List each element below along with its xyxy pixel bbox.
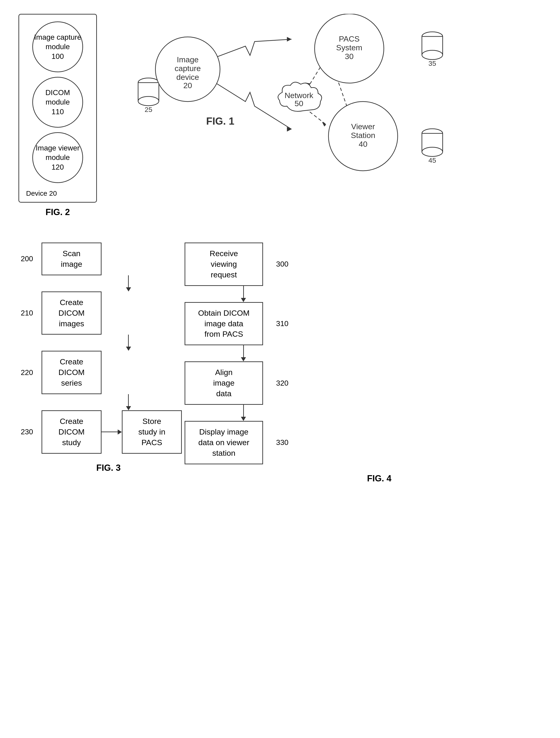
arrow-series-to-study <box>75 394 182 410</box>
scan-image-box: Scanimage <box>42 243 101 275</box>
svg-text:30: 30 <box>345 52 354 61</box>
svg-marker-19 <box>322 122 326 126</box>
svg-text:Viewer: Viewer <box>351 122 375 131</box>
svg-text:25: 25 <box>145 106 152 113</box>
svg-text:PACS: PACS <box>339 34 360 43</box>
svg-text:35: 35 <box>429 59 436 67</box>
arrow-images-to-series <box>75 335 182 351</box>
step-num-330: 330 <box>276 438 289 447</box>
dicom-module-circle: DICOM module 110 <box>32 77 83 128</box>
create-dicom-series-box: CreateDICOMseries <box>42 351 101 394</box>
step-num-220: 220 <box>21 368 33 377</box>
svg-point-4 <box>422 32 443 41</box>
svg-text:Image: Image <box>177 55 199 64</box>
step-num-200: 200 <box>21 255 33 263</box>
fig4-step-receive: Receiveviewingrequest 300 <box>184 243 263 286</box>
svg-point-0 <box>138 78 159 87</box>
svg-point-20 <box>155 37 220 101</box>
svg-text:45: 45 <box>429 156 436 164</box>
svg-text:capture: capture <box>175 64 201 73</box>
fig3-bottom-row: 230 CreateDICOMstudy 240 Storestudy inPA… <box>42 410 182 454</box>
bottom-section: 200 Scanimage 210 CreateDICOMimages <box>0 231 560 493</box>
arrow-study-to-store <box>101 429 122 434</box>
top-section: Image capture module 100 DICOM module 11… <box>0 0 560 227</box>
step-num-300: 300 <box>276 260 289 268</box>
arrow-align-to-display <box>224 405 263 421</box>
svg-point-31 <box>329 101 398 171</box>
fig3-step-scan: 200 Scanimage <box>42 243 182 275</box>
svg-text:FIG. 1: FIG. 1 <box>206 115 234 127</box>
step-num-310: 310 <box>276 319 289 328</box>
svg-line-16 <box>333 67 349 113</box>
svg-rect-1 <box>138 83 159 101</box>
fig4-step-align: Alignimagedata 320 <box>184 361 263 405</box>
fig2-container: Image capture module 100 DICOM module 11… <box>18 14 97 217</box>
arrow-scan-to-dicom-images <box>75 275 182 292</box>
svg-point-25 <box>315 14 384 83</box>
create-dicom-images-box: CreateDICOMimages <box>42 292 101 335</box>
svg-text:40: 40 <box>359 139 368 148</box>
svg-rect-5 <box>422 36 443 55</box>
fig4-step-display: Display imagedata on viewerstation 330 <box>184 421 263 464</box>
align-image-data-box: Alignimagedata <box>184 361 263 405</box>
svg-text:Network: Network <box>285 91 314 100</box>
fig4-container: Receiveviewingrequest 300 Obtain DICOMim… <box>171 240 542 483</box>
svg-marker-15 <box>306 83 311 88</box>
fig3-flow: 200 Scanimage 210 CreateDICOMimages <box>42 243 182 454</box>
svg-marker-13 <box>287 127 292 131</box>
obtain-dicom-box: Obtain DICOMimage datafrom PACS <box>184 302 263 345</box>
image-viewer-module-circle: Image viewer module 120 <box>32 132 83 183</box>
svg-text:20: 20 <box>183 81 192 90</box>
svg-point-8 <box>422 129 443 138</box>
arrow-obtain-to-align <box>224 345 263 361</box>
svg-point-6 <box>422 50 443 59</box>
device-label: Device 20 <box>26 190 89 197</box>
fig4-step-obtain: Obtain DICOMimage datafrom PACS 310 <box>184 302 263 345</box>
svg-marker-17 <box>347 108 352 113</box>
fig3-step-create-series: 220 CreateDICOMseries <box>42 351 182 394</box>
svg-rect-9 <box>422 133 443 152</box>
image-capture-module-circle: Image capture module 100 <box>32 21 83 72</box>
step-num-320: 320 <box>276 379 289 387</box>
display-image-box: Display imagedata on viewerstation <box>184 421 263 464</box>
device-box: Image capture module 100 DICOM module 11… <box>18 14 97 203</box>
fig3-title: FIG. 3 <box>96 463 121 473</box>
receive-viewing-request-box: Receiveviewingrequest <box>184 243 263 286</box>
svg-point-10 <box>422 147 443 156</box>
fig2-title: FIG. 2 <box>45 207 70 217</box>
svg-line-14 <box>308 58 326 88</box>
step-num-210: 210 <box>21 309 33 317</box>
step-num-230: 230 <box>21 428 33 436</box>
fig1-container: 25 35 45 <box>111 14 542 189</box>
svg-text:device: device <box>176 73 199 81</box>
svg-point-2 <box>138 96 159 106</box>
svg-text:Station: Station <box>351 131 376 139</box>
arrow-receive-to-obtain <box>224 286 263 302</box>
svg-text:50: 50 <box>295 99 304 108</box>
svg-line-18 <box>306 108 326 125</box>
svg-marker-12 <box>287 37 292 42</box>
fig4-title: FIG. 4 <box>367 473 392 483</box>
fig4-flow: Receiveviewingrequest 300 Obtain DICOMim… <box>184 243 263 464</box>
fig3-step-create-images: 210 CreateDICOMimages <box>42 292 182 335</box>
create-dicom-study-box: CreateDICOMstudy <box>42 410 101 454</box>
fig3-container: 200 Scanimage 210 CreateDICOMimages <box>18 240 152 483</box>
svg-text:System: System <box>336 43 362 52</box>
